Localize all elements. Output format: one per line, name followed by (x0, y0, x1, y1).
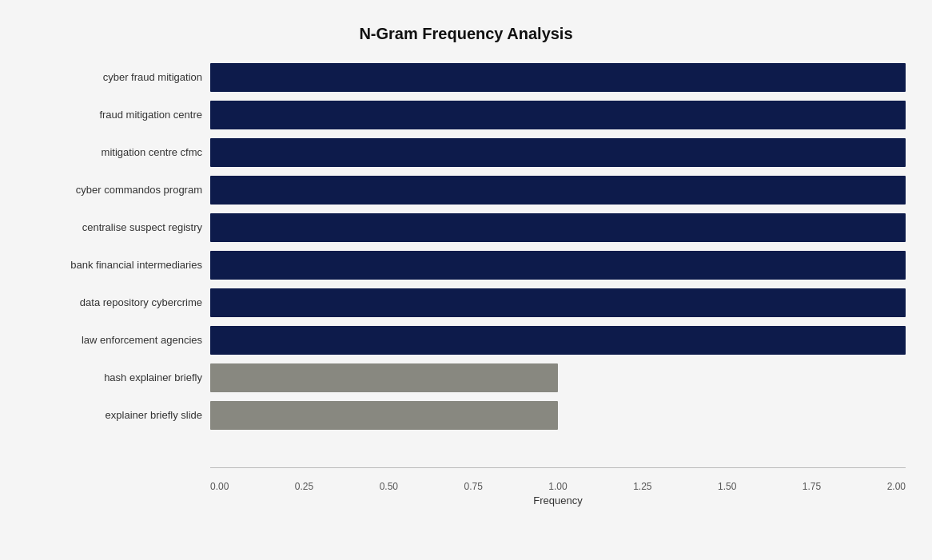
bar (210, 251, 906, 280)
bar (210, 63, 906, 92)
y-axis: cyber fraud mitigationfraud mitigation c… (26, 59, 210, 435)
bar-row (210, 99, 906, 131)
chart-title: N-Gram Frequency Analysis (26, 25, 906, 43)
bars-section (210, 59, 906, 435)
y-axis-label: fraud mitigation centre (26, 97, 202, 134)
y-axis-label: cyber commandos program (26, 172, 202, 209)
x-tick: 1.00 (548, 481, 567, 492)
bar (210, 213, 906, 242)
y-axis-label: bank financial intermediaries (26, 247, 202, 284)
bar (210, 288, 906, 317)
bar-row (210, 62, 906, 93)
y-axis-label: explainer briefly slide (26, 397, 202, 435)
bar-row (210, 137, 906, 169)
x-tick: 1.25 (633, 481, 651, 492)
bar (210, 363, 558, 392)
x-tick: 0.75 (464, 481, 482, 492)
bar-row (210, 399, 906, 431)
y-axis-label: hash explainer briefly (26, 359, 202, 397)
bar-row (210, 287, 906, 319)
y-axis-label: law enforcement agencies (26, 322, 202, 359)
chart-container: N-Gram Frequency Analysis cyber fraud mi… (10, 9, 922, 552)
bar (210, 176, 906, 205)
x-axis-label: Frequency (210, 494, 906, 506)
x-tick: 0.25 (295, 481, 313, 492)
x-tick: 1.50 (718, 481, 736, 492)
bar (210, 138, 906, 167)
x-tick: 0.50 (380, 481, 398, 492)
y-axis-label: centralise suspect registry (26, 209, 202, 247)
bar (210, 326, 906, 355)
y-axis-label: mitigation centre cfmc (26, 134, 202, 172)
bar-row (210, 212, 906, 244)
x-tick: 0.00 (210, 481, 229, 492)
y-axis-label: cyber fraud mitigation (26, 59, 202, 97)
bar-row (210, 362, 906, 394)
bar (210, 101, 906, 129)
x-tick: 1.75 (803, 481, 821, 492)
bar-row (210, 249, 906, 281)
bar (210, 401, 558, 430)
y-axis-label: data repository cybercrime (26, 284, 202, 322)
x-tick: 2.00 (887, 481, 906, 492)
x-axis-ticks: 0.000.250.500.751.001.251.501.752.00 (210, 477, 906, 492)
bar-row (210, 174, 906, 206)
bar-row (210, 324, 906, 356)
